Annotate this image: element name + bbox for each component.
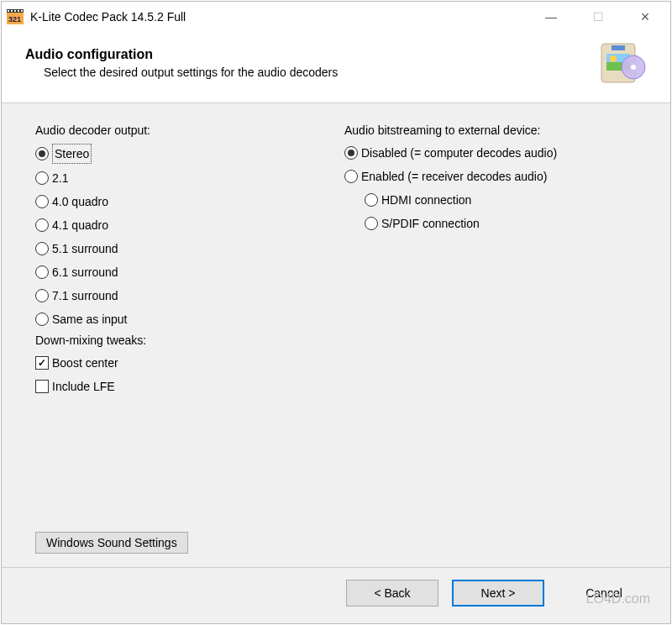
app-icon: 321 [7, 9, 24, 24]
checkbox-label: Boost center [52, 354, 118, 372]
installer-window: 321 K-Lite Codec Pack 14.5.2 Full — ☐ × … [1, 1, 671, 624]
checkbox-boost-center[interactable]: Boost center [35, 354, 328, 372]
svg-point-15 [631, 65, 636, 70]
radio-label: 6.1 surround [52, 263, 118, 281]
radio-4-0-quadro[interactable]: 4.0 quadro [35, 192, 328, 211]
next-button[interactable]: Next > [452, 580, 544, 607]
svg-rect-5 [21, 10, 23, 12]
radio-label: S/PDIF connection [381, 214, 480, 233]
radio-5-1-surround[interactable]: 5.1 surround [35, 239, 328, 258]
radio-6-1-surround[interactable]: 6.1 surround [35, 263, 328, 281]
bitstream-group: Audio bitstreaming to external device: D… [344, 123, 637, 401]
radio-icon [365, 217, 378, 230]
checkbox-icon [35, 380, 49, 393]
radio-icon [35, 171, 49, 185]
checkbox-include-lfe[interactable]: Include LFE [35, 377, 328, 396]
window-title: K-Lite Codec Pack 14.5.2 Full [30, 10, 186, 24]
radio-label: 4.0 quadro [52, 192, 108, 211]
svg-point-11 [610, 55, 617, 62]
radio-icon [35, 218, 49, 232]
radio-icon [35, 265, 49, 279]
radio-label: Disabled (= computer decodes audio) [361, 144, 557, 162]
page-subtitle: Select the desired output settings for t… [25, 66, 338, 79]
bitstream-label: Audio bitstreaming to external device: [344, 123, 637, 137]
installer-icon [596, 40, 647, 86]
window-controls: — ☐ × [539, 8, 657, 26]
back-button[interactable]: < Back [346, 580, 438, 607]
radio-2-1[interactable]: 2.1 [35, 169, 328, 187]
radio-icon [35, 147, 49, 160]
radio-label: 4.1 quadro [52, 216, 108, 234]
svg-rect-12 [612, 45, 625, 50]
wizard-content: Audio decoder output: Stereo 2.1 4.0 qua… [2, 103, 670, 567]
radio-icon [35, 312, 49, 326]
radio-label: 7.1 surround [52, 286, 118, 305]
svg-rect-4 [18, 10, 19, 12]
radio-icon [344, 146, 358, 160]
cancel-button[interactable]: Cancel [558, 580, 650, 607]
radio-label: 5.1 surround [52, 239, 118, 258]
svg-text:321: 321 [8, 15, 21, 24]
radio-label: 2.1 [52, 169, 68, 187]
wizard-footer: < Back Next > Cancel [2, 567, 670, 623]
radio-label: HDMI connection [381, 191, 471, 209]
radio-same-as-input[interactable]: Same as input [35, 310, 328, 328]
checkbox-label: Include LFE [52, 377, 115, 396]
radio-label: Stereo [52, 144, 92, 164]
radio-icon [35, 195, 49, 208]
radio-hdmi[interactable]: HDMI connection [365, 191, 637, 209]
checkbox-icon [35, 356, 49, 370]
page-title: Audio configuration [25, 47, 338, 62]
close-button[interactable]: × [633, 8, 657, 26]
radio-bitstream-disabled[interactable]: Disabled (= computer decodes audio) [344, 144, 637, 162]
maximize-button[interactable]: ☐ [586, 10, 610, 24]
radio-icon [365, 193, 378, 207]
radio-stereo[interactable]: Stereo [35, 144, 328, 164]
svg-rect-1 [8, 10, 9, 12]
radio-icon [344, 170, 358, 183]
minimize-button[interactable]: — [539, 10, 563, 24]
windows-sound-settings-button[interactable]: Windows Sound Settings [35, 532, 188, 554]
decoder-output-group: Audio decoder output: Stereo 2.1 4.0 qua… [35, 123, 328, 401]
radio-label: Enabled (= receiver decodes audio) [361, 167, 547, 186]
radio-bitstream-enabled[interactable]: Enabled (= receiver decodes audio) [344, 167, 637, 186]
titlebar: 321 K-Lite Codec Pack 14.5.2 Full — ☐ × [2, 2, 670, 32]
radio-icon [35, 242, 49, 255]
decoder-output-label: Audio decoder output: [35, 123, 328, 137]
radio-icon [35, 289, 49, 302]
downmix-label: Down-mixing tweaks: [35, 334, 328, 347]
wizard-header: Audio configuration Select the desired o… [2, 32, 670, 103]
radio-spdif[interactable]: S/PDIF connection [365, 214, 637, 233]
svg-rect-2 [11, 10, 13, 12]
radio-4-1-quadro[interactable]: 4.1 quadro [35, 216, 328, 234]
svg-rect-3 [14, 10, 16, 12]
radio-label: Same as input [52, 310, 128, 328]
radio-7-1-surround[interactable]: 7.1 surround [35, 286, 328, 305]
